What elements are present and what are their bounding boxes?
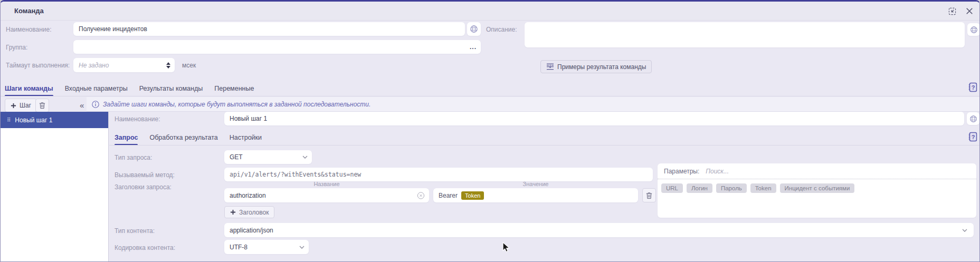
param-chip-login[interactable]: Логин (687, 183, 712, 193)
tab-variables[interactable]: Переменные (214, 81, 254, 96)
content-type-select[interactable]: application/json (224, 223, 974, 237)
method-input[interactable]: api/v1/alerts/?withEvents&status=new (224, 168, 653, 181)
editor-tabs-divider (109, 145, 980, 145)
add-step-label: Шаг (20, 102, 31, 109)
param-chip-incident[interactable]: Инцидент с событиями (780, 183, 855, 193)
window-title: Команда (14, 7, 44, 15)
method-input-text: api/v1/alerts/?withEvents&status=new (230, 171, 361, 178)
close-icon[interactable] (964, 6, 975, 16)
parameter-chips: URL Логин Пароль Token Инцидент с событи… (658, 179, 976, 197)
tabs-divider (1, 96, 980, 96)
command-dialog: Команда Наименование: Получение инцидент… (0, 0, 980, 262)
chevron-down-icon (962, 229, 967, 232)
description-label: Описание: (486, 26, 517, 33)
globe-icon (969, 115, 977, 123)
download-icon (546, 63, 554, 70)
info-icon (92, 101, 99, 108)
examples-button[interactable]: Примеры результата команды (540, 60, 652, 73)
header-name-input[interactable]: authorization (224, 188, 429, 202)
globe-icon (970, 26, 978, 34)
name-label: Наименование: (6, 26, 52, 33)
method-label: Вызываемый метод: (115, 171, 175, 179)
encoding-value: UTF-8 (230, 244, 248, 251)
tab-request[interactable]: Запрос (115, 130, 138, 145)
trash-icon (646, 192, 652, 199)
add-header-button[interactable]: Заголовок (224, 206, 274, 218)
tab-command-steps[interactable]: Шаги команды (5, 81, 53, 96)
param-chip-token[interactable]: Token (750, 183, 776, 193)
description-textarea[interactable] (525, 22, 965, 47)
steps-hint-text: Задайте шаги команды, которые будут выпо… (103, 101, 370, 108)
step-name-label: Наименование: (115, 115, 160, 123)
step-name-input-text: Новый шаг 1 (230, 115, 267, 122)
title-bar: Команда (1, 2, 979, 21)
group-input[interactable]: ... (73, 40, 481, 54)
help-book-icon: ? (968, 132, 977, 142)
header-name-column: Название (313, 181, 339, 187)
svg-text:?: ? (972, 84, 975, 91)
header-value-column: Значение (523, 181, 549, 187)
parameters-header: Параметры: Поиск... (658, 163, 976, 179)
svg-text:?: ? (972, 134, 975, 140)
mouse-cursor (502, 242, 511, 255)
delete-step-button[interactable] (35, 99, 49, 112)
token-chip[interactable]: Token (461, 191, 484, 200)
content-type-label: Тип контента: (115, 227, 155, 235)
step-name-globe-button[interactable] (967, 112, 979, 125)
tab-settings[interactable]: Настройки (230, 130, 262, 145)
main-tabs: Шаги команды Входные параметры Результат… (5, 81, 254, 96)
step-editor-tabs: Запрос Обработка результата Настройки (115, 130, 262, 145)
tab-input-parameters[interactable]: Входные параметры (65, 81, 128, 96)
restore-window-icon[interactable] (948, 7, 957, 16)
request-type-select[interactable]: GET (224, 150, 312, 164)
name-globe-button[interactable] (467, 22, 481, 36)
step-item-label: Новый шаг 1 (15, 117, 52, 124)
param-chip-password[interactable]: Пароль (716, 183, 747, 193)
name-input[interactable]: Получение инцидентов (73, 22, 465, 36)
timeout-unit: мсек (182, 62, 196, 69)
timeout-label: Таймаут выполнения: (6, 62, 70, 69)
drag-handle-icon[interactable]: ⠿ (7, 117, 10, 123)
parameters-label: Параметры: (664, 168, 699, 175)
collapse-panel-button[interactable]: « (80, 101, 84, 110)
request-type-label: Тип запроса: (115, 154, 152, 161)
step-item-selected[interactable]: ⠿ Новый шаг 1 (1, 112, 108, 128)
help-button-request[interactable]: ? (968, 132, 977, 144)
parameters-panel: Параметры: Поиск... URL Логин Пароль Tok… (658, 163, 976, 218)
name-input-text: Получение инцидентов (79, 25, 147, 33)
group-label: Группа: (6, 44, 27, 51)
param-chip-url[interactable]: URL (661, 183, 683, 193)
plus-icon (11, 103, 16, 109)
chevron-down-icon (302, 156, 308, 159)
examples-button-label: Примеры результата команды (557, 63, 646, 71)
content-type-value: application/json (230, 227, 273, 234)
clear-circle-icon[interactable] (417, 191, 425, 199)
group-picker-button[interactable]: ... (470, 43, 477, 51)
parameters-search-input[interactable]: Поиск... (706, 168, 729, 175)
timeout-placeholder: Не задано (79, 62, 109, 69)
steps-hint-bar: Задайте шаги команды, которые будут выпо… (87, 97, 980, 112)
header-value-prefix: Bearer (439, 192, 458, 199)
timeout-input[interactable]: Не задано (73, 58, 175, 72)
headers-label: Заголовки запроса: (115, 183, 172, 191)
encoding-label: Кодировка контента: (115, 244, 175, 251)
chevron-down-icon (299, 246, 305, 249)
header-value-input[interactable]: Bearer Token (433, 188, 638, 202)
delete-header-button[interactable] (642, 188, 656, 202)
step-name-input[interactable]: Новый шаг 1 (224, 112, 964, 125)
add-header-label: Заголовок (239, 209, 269, 216)
step-list: ⠿ Новый шаг 1 (1, 112, 109, 262)
globe-icon (470, 25, 478, 33)
tab-command-results[interactable]: Результаты команды (139, 81, 203, 96)
description-globe-button[interactable] (967, 23, 980, 36)
plus-icon (230, 209, 236, 215)
header-name-text: authorization (230, 192, 266, 199)
add-step-button[interactable]: Шаг (5, 99, 37, 112)
trash-icon (39, 102, 45, 109)
help-button[interactable]: ? (968, 82, 977, 94)
timeout-spinner[interactable] (166, 62, 170, 69)
request-type-value: GET (230, 153, 243, 161)
tab-result-processing[interactable]: Обработка результата (149, 130, 217, 145)
encoding-select[interactable]: UTF-8 (224, 240, 309, 254)
help-book-icon: ? (968, 82, 977, 92)
